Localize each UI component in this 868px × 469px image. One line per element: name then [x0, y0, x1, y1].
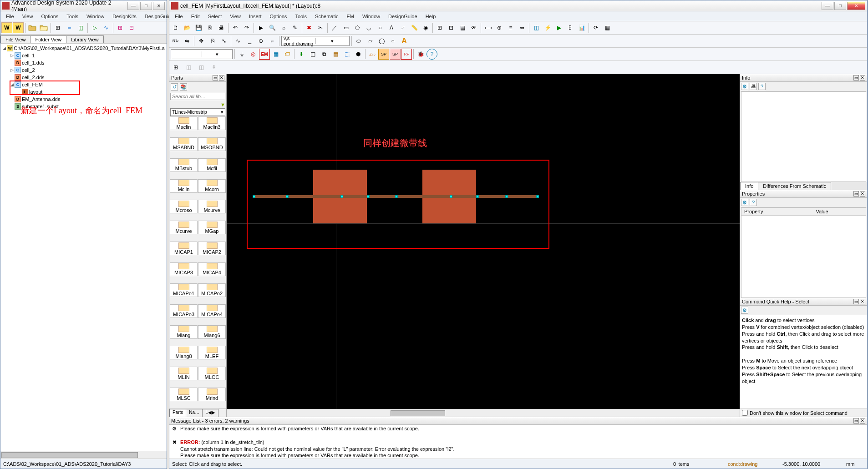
part-mlang6[interactable]: Mlang6	[198, 325, 226, 339]
close-icon[interactable]: ✕	[860, 418, 865, 424]
minimize-button[interactable]: —	[127, 2, 139, 10]
workspace-tree[interactable]: ◢W C:\ADS\02_Workspace\01_ADS\ADS2020_Tu…	[0, 44, 167, 451]
layer-combo[interactable]: v,s cond:drawing▾	[281, 35, 350, 46]
port-icon[interactable]: ◎	[248, 49, 259, 60]
poly-icon[interactable]: ⬠	[352, 22, 363, 33]
print-icon[interactable]: 🖶	[750, 83, 757, 90]
new-icon[interactable]: 🗋	[170, 22, 181, 33]
menu-options[interactable]: Options	[37, 13, 62, 20]
menu-file[interactable]: File	[171, 13, 187, 20]
menu-tools[interactable]: Tools	[63, 13, 82, 20]
delete-icon[interactable]: ✖	[304, 22, 315, 33]
grid-icon[interactable]: ⊞	[434, 22, 445, 33]
tab-library-view[interactable]: Library View	[66, 35, 103, 43]
part-mclin[interactable]: Mclin	[170, 179, 198, 193]
tree-item[interactable]: ▷Ccell_1	[1, 52, 166, 59]
menu-designguide[interactable]: DesignGuide	[385, 13, 421, 20]
text2-icon[interactable]: A	[399, 35, 410, 46]
part-mcfil[interactable]: Mcfil	[198, 158, 226, 172]
component-combo[interactable]: ▾	[170, 49, 233, 60]
message-header[interactable]: Message List - 3 errors, 2 warnings▭✕	[169, 417, 867, 425]
part-mlef[interactable]: MLEF	[198, 346, 226, 359]
sim-icon[interactable]: ∿	[101, 22, 112, 33]
tab-layers[interactable]: L◀▶	[202, 409, 218, 417]
snap-icon[interactable]: ⊡	[446, 22, 457, 33]
part-micap4[interactable]: MICAP4	[198, 262, 226, 276]
move-icon[interactable]: ✥	[196, 35, 207, 46]
gear-icon[interactable]: ⚙	[741, 199, 748, 206]
meas1-icon[interactable]: ⟷	[482, 22, 493, 33]
saveall-icon[interactable]: ⎘	[204, 22, 215, 33]
part-micap3[interactable]: MICAP3	[170, 262, 198, 276]
menu-window[interactable]: Window	[359, 13, 384, 20]
hierarchy-icon[interactable]: ⊞	[170, 62, 181, 73]
trace-icon[interactable]: ∿	[233, 35, 244, 46]
dock-icon[interactable]: ▭	[853, 299, 859, 304]
close-icon[interactable]: ✕	[860, 191, 865, 197]
part-maclin[interactable]: Maclin	[170, 116, 198, 130]
sp2-icon[interactable]: SP	[390, 49, 401, 60]
part-mlin[interactable]: MLIN	[170, 367, 198, 380]
view-icon[interactable]: ⊞	[52, 22, 63, 33]
part-mlsc[interactable]: MLSC	[170, 388, 198, 401]
zoomwin-icon[interactable]: ⌕	[278, 22, 289, 33]
close-icon[interactable]: ✕	[219, 75, 224, 81]
edit-icon[interactable]: ✎	[289, 22, 300, 33]
z50-icon[interactable]: Z₅₀	[367, 49, 378, 60]
part-mcurve[interactable]: Mcurve	[170, 221, 198, 234]
cube2-icon[interactable]: ◫	[196, 62, 207, 73]
box3-icon[interactable]: ▦	[330, 49, 341, 60]
menu-tools[interactable]: Tools	[291, 13, 310, 20]
part-mcroso[interactable]: Mcroso	[170, 200, 198, 213]
quickhelp-header[interactable]: Command Quick Help - Select▭✕	[740, 298, 867, 306]
tree-item[interactable]: Dcell_2.dds	[1, 74, 166, 81]
save-icon[interactable]: 💾	[193, 22, 204, 33]
tree-item[interactable]: Dcell_1.dds	[1, 59, 166, 66]
part-mcorn[interactable]: Mcorn	[198, 179, 226, 193]
info-header[interactable]: Info▭✕	[740, 74, 867, 82]
copy-icon[interactable]: ⎘	[207, 35, 218, 46]
bug-icon[interactable]: 🐞	[415, 49, 426, 60]
box2-icon[interactable]: ⧉	[319, 49, 330, 60]
tree-icon[interactable]: ↟	[208, 62, 219, 73]
dock-icon[interactable]: ▭	[853, 418, 859, 424]
part-mlang[interactable]: Mlang	[170, 325, 198, 339]
ruler-icon[interactable]: 📏	[409, 22, 420, 33]
line-icon[interactable]: ／	[329, 22, 340, 33]
menu-window[interactable]: Window	[83, 13, 108, 20]
part-mbstub[interactable]: MBstub	[170, 158, 198, 172]
var-icon[interactable]: 🏷	[282, 49, 293, 60]
menu-help[interactable]: Help	[422, 13, 440, 20]
circle-icon[interactable]: ○	[375, 22, 386, 33]
message-body[interactable]: ⚙Please make sure the expression is form…	[169, 425, 867, 459]
gear-icon[interactable]: ⚙	[741, 307, 748, 314]
tree-item[interactable]: DEM_Antenna.dds	[1, 96, 166, 103]
refresh-icon[interactable]: ⟳	[590, 22, 601, 33]
path-icon[interactable]: ⟋	[397, 22, 408, 33]
tab-folder-view[interactable]: Folder View	[30, 35, 66, 43]
part-micap2[interactable]: MICAP2	[198, 242, 226, 255]
wire-icon[interactable]: ⎯	[244, 35, 255, 46]
3d-icon[interactable]: ◫	[531, 22, 542, 33]
menu-em[interactable]: EM	[343, 13, 358, 20]
main-titlebar[interactable]: Advanced Design System 2020 Update 2 (Ma…	[0, 0, 167, 11]
box4-icon[interactable]: ⬚	[341, 49, 352, 60]
redo-icon[interactable]: ↷	[241, 22, 252, 33]
part-micapo3[interactable]: MICAPo3	[170, 304, 198, 318]
part-micapo4[interactable]: MICAPo4	[198, 304, 226, 318]
maximize-button[interactable]: □	[834, 2, 846, 10]
library-icon[interactable]: 📚	[180, 83, 187, 91]
sp-icon[interactable]: SP	[378, 49, 389, 60]
em-badge[interactable]: EM	[259, 49, 270, 60]
pin-icon[interactable]: ◉	[420, 22, 431, 33]
part-msabnd[interactable]: MSABND	[170, 137, 198, 151]
filter-icon[interactable]: ▼	[220, 102, 225, 107]
part-maclin3[interactable]: Maclin3	[198, 116, 226, 130]
grid-icon[interactable]: ⊞	[115, 22, 126, 33]
part-micapo1[interactable]: MICAPo1	[170, 283, 198, 297]
part-micapo2[interactable]: MICAPo2	[198, 283, 226, 297]
menu-schematic[interactable]: Schematic	[311, 13, 342, 20]
part-mcurve[interactable]: Mcurve	[198, 200, 226, 213]
shape1-icon[interactable]: ⬭	[353, 35, 364, 46]
print-icon[interactable]: 🖶	[216, 22, 227, 33]
